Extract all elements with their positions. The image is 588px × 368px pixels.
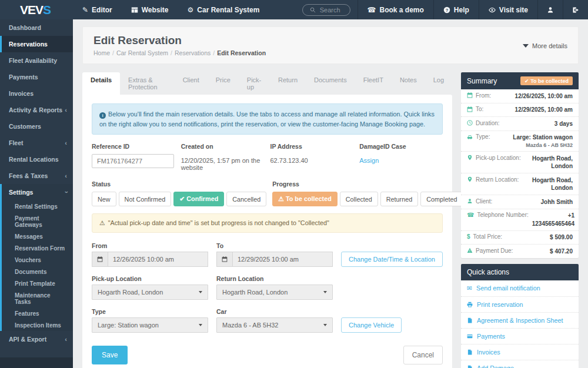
select-caret-icon — [199, 324, 202, 326]
sidebar-item-invoices[interactable]: Invoices — [0, 85, 73, 102]
status-confirmed-button[interactable]: ✔ Confirmed — [173, 192, 224, 206]
progress-completed-button[interactable]: Completed — [420, 192, 463, 206]
tab-fleetit[interactable]: FleetIT — [355, 72, 392, 95]
print-reservation-link[interactable]: Print reservation — [461, 297, 579, 313]
cancel-button[interactable]: Cancel — [403, 346, 443, 364]
file-icon — [467, 349, 473, 355]
sidebar-item-payment-gateways[interactable]: Payment Gateways — [2, 212, 73, 230]
status-new-button[interactable]: New — [92, 192, 116, 206]
change-vehicle-button[interactable]: Change Vehicle — [341, 317, 402, 333]
payments-link[interactable]: Payments — [461, 329, 579, 344]
to-date-value[interactable]: 12/29/2025 10:00 am — [232, 252, 333, 267]
sidebar-item-fleet[interactable]: Fleet‹ — [0, 135, 73, 151]
search-input[interactable]: Search — [302, 4, 350, 16]
sidebar-item-payments[interactable]: Payments — [0, 69, 73, 85]
nav-editor[interactable]: ✎ Editor — [73, 0, 122, 19]
summary-panel: Summary ✔ To be collected From: 12/26/20… — [461, 72, 579, 258]
file-icon — [467, 317, 473, 323]
sidebar-item-fees-taxes[interactable]: Fees & Taxes‹ — [0, 168, 73, 184]
status-cancelled-button[interactable]: Cancelled — [226, 192, 266, 206]
sidebar-item-features[interactable]: Features — [2, 307, 73, 319]
sidebar-item-reservations[interactable]: Reservations — [0, 36, 73, 52]
reference-id-label: Reference ID — [92, 143, 175, 150]
sidebar-group-settings: Settings‹ Rental Settings Payment Gatewa… — [0, 184, 73, 331]
pickup-location-select[interactable]: Hogarth Road, London — [92, 285, 208, 300]
user-icon — [547, 6, 554, 14]
save-button[interactable]: Save — [92, 346, 128, 364]
nav-book-demo[interactable]: ☎ Book a demo — [358, 0, 433, 19]
sidebar-item-settings[interactable]: Settings‹ — [2, 184, 73, 200]
to-date-field: 12/29/2025 10:00 am — [216, 252, 333, 267]
progress-returned-button[interactable]: Returned — [380, 192, 418, 206]
tab-details[interactable]: Details — [82, 72, 120, 95]
user-icon — [467, 198, 473, 204]
agreement-inspection-sheet-link[interactable]: Agreement & Inspection Sheet — [461, 313, 579, 329]
quick-actions-title: Quick actions — [467, 268, 509, 276]
from-label: From — [92, 242, 208, 249]
tab-extras-protection[interactable]: Extras & Protection — [120, 72, 175, 95]
website-grid-icon — [131, 6, 138, 14]
car-select[interactable]: Mazda 6 - AB 5H32 — [216, 317, 333, 333]
progress-collected-button[interactable]: Collected — [340, 192, 378, 206]
select-caret-icon — [199, 291, 202, 293]
info-alert: iBelow you'll find the main reservation … — [92, 103, 443, 135]
sidebar-item-fleet-availability[interactable]: Fleet Availability — [0, 52, 73, 69]
add-damage-link[interactable]: Add Damage — [461, 360, 579, 368]
tab-client[interactable]: Client — [175, 72, 208, 95]
vevs-logo[interactable]: VEVS — [0, 0, 73, 19]
nav-car-rental-system[interactable]: ⚙ Car Rental System — [178, 0, 269, 19]
user-account-button[interactable] — [538, 0, 563, 19]
tab-notes[interactable]: Notes — [392, 72, 425, 95]
summary-row-telephone: ☎Telephone Number: +1 1234565465464 — [461, 209, 579, 231]
sidebar-item-inspection-items[interactable]: Inspection Items — [2, 319, 73, 331]
car-label: Car — [216, 308, 333, 315]
nav-help[interactable]: ? Help — [434, 0, 479, 19]
warning-icon — [467, 247, 473, 253]
sidebar-item-customers[interactable]: Customers — [0, 118, 73, 135]
sidebar-item-messages[interactable]: Messages — [2, 230, 73, 242]
breadcrumb-home[interactable]: Home — [93, 49, 110, 56]
sidebar-item-dashboard[interactable]: Dashboard — [0, 19, 73, 36]
damage-case-label: DamageID Case — [359, 143, 443, 150]
chevron-down-icon: ‹ — [62, 191, 69, 193]
status-not-confirmed-button[interactable]: Not Confirmed — [119, 192, 172, 206]
tab-price[interactable]: Price — [208, 72, 239, 95]
sidebar-item-print-template[interactable]: Print Template — [2, 277, 73, 289]
breadcrumb-system[interactable]: Car Rental System — [116, 49, 168, 56]
summary-row-client: Client: Johh Smith — [461, 195, 579, 209]
progress-to-be-collected-button[interactable]: ⚠ To be collected — [272, 192, 337, 206]
chevron-left-icon: ‹ — [65, 336, 67, 343]
assign-damage-link[interactable]: Assign — [359, 157, 379, 164]
eye-icon — [489, 6, 496, 14]
sidebar-item-vouchers[interactable]: Vouchers — [2, 254, 73, 266]
from-date-value[interactable]: 12/26/2025 10:00 am — [108, 252, 208, 267]
sidebar-item-reservation-form[interactable]: Reservation Form — [2, 242, 73, 254]
summary-row-total-price: $Total Price: $ 509.00 — [461, 231, 579, 245]
breadcrumb-reservations[interactable]: Reservations — [175, 49, 211, 56]
tab-pickup[interactable]: Pick-up — [239, 72, 270, 95]
change-datetime-location-button[interactable]: Change Date/Time & Location — [341, 252, 443, 267]
tab-log[interactable]: Log — [425, 72, 452, 95]
tab-documents[interactable]: Documents — [306, 72, 355, 95]
return-location-select[interactable]: Hogarth Road, London — [216, 285, 333, 300]
tab-return[interactable]: Return — [270, 72, 306, 95]
type-select[interactable]: Large: Station wagon — [92, 317, 208, 333]
send-email-notification-link[interactable]: ✉Send email notification — [461, 280, 579, 297]
sidebar-item-documents[interactable]: Documents — [2, 266, 73, 277]
nav-visit-site[interactable]: Visit site — [479, 0, 537, 19]
more-details-toggle[interactable]: More details — [523, 42, 567, 49]
sidebar-item-api-export[interactable]: API & Export‹ — [0, 331, 73, 347]
chevron-left-icon: ‹ — [65, 106, 67, 113]
sidebar-item-maintenance-tasks[interactable]: Maintenance Tasks — [2, 289, 73, 307]
sidebar-item-rental-settings[interactable]: Rental Settings — [2, 200, 73, 212]
sidebar-item-rental-locations[interactable]: Rental Locations — [0, 151, 73, 168]
summary-row-return-location: Return Location: Hogarth Road, London — [461, 173, 579, 195]
invoices-link[interactable]: Invoices — [461, 344, 579, 360]
to-label: To — [216, 242, 333, 249]
nav-website[interactable]: Website — [122, 0, 178, 19]
logout-button[interactable] — [563, 0, 588, 19]
sidebar-item-activity-reports[interactable]: Activity & Reports‹ — [0, 102, 73, 118]
status-label: Status — [92, 180, 266, 188]
created-on-value: 12/20/2025, 1:57 pm on the website — [181, 154, 265, 171]
reference-id-input[interactable] — [92, 154, 174, 168]
